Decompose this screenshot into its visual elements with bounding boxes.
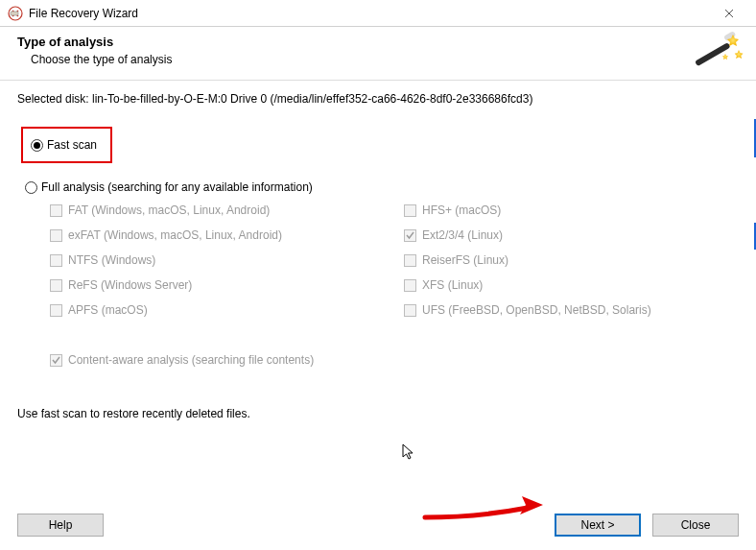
title-bar: File Recovery Wizard xyxy=(0,0,756,27)
header-subheading: Choose the type of analysis xyxy=(17,53,739,66)
checkbox-icon xyxy=(404,304,416,317)
app-icon xyxy=(8,6,23,21)
wizard-wand-icon xyxy=(691,31,744,77)
checkbox-hfs[interactable]: HFS+ (macOS) xyxy=(404,203,739,217)
checkbox-fat[interactable]: FAT (Windows, macOS, Linux, Android) xyxy=(50,203,385,217)
radio-full-analysis[interactable]: Full analysis (searching for any availab… xyxy=(25,180,739,194)
checkbox-label: HFS+ (macOS) xyxy=(422,203,501,217)
checkbox-label: XFS (Linux) xyxy=(422,278,483,292)
checkbox-icon xyxy=(404,254,416,267)
svg-rect-1 xyxy=(11,12,18,15)
checkbox-exfat[interactable]: exFAT (Windows, macOS, Linux, Android) xyxy=(50,228,385,242)
checkbox-label: UFS (FreeBSD, OpenBSD, NetBSD, Solaris) xyxy=(422,303,651,317)
checkbox-label: ReFS (Windows Server) xyxy=(68,278,192,292)
selected-disk-label: Selected disk: lin-To-be-filled-by-O-E-M… xyxy=(17,92,739,106)
checkbox-refs[interactable]: ReFS (Windows Server) xyxy=(50,278,385,292)
checkbox-reiser[interactable]: ReiserFS (Linux) xyxy=(404,253,739,267)
checkbox-label: ReiserFS (Linux) xyxy=(422,253,508,267)
checkbox-ext[interactable]: Ext2/3/4 (Linux) xyxy=(404,228,739,242)
checkbox-icon xyxy=(404,279,416,292)
checkbox-content-aware[interactable]: Content-aware analysis (searching file c… xyxy=(17,353,739,367)
fast-scan-highlight: Fast scan xyxy=(21,127,112,163)
checkbox-icon xyxy=(404,204,416,217)
help-button[interactable]: Help xyxy=(17,514,104,537)
checkbox-icon xyxy=(50,254,62,267)
radio-label: Full analysis (searching for any availab… xyxy=(41,180,313,194)
checkbox-xfs[interactable]: XFS (Linux) xyxy=(404,278,739,292)
checkbox-ntfs[interactable]: NTFS (Windows) xyxy=(50,253,385,267)
cursor-icon xyxy=(401,443,418,461)
window-close-button[interactable] xyxy=(710,0,748,27)
checkbox-icon xyxy=(50,204,62,217)
close-button[interactable]: Close xyxy=(652,514,739,537)
wizard-header: Type of analysis Choose the type of anal… xyxy=(0,27,756,81)
checkbox-icon xyxy=(50,354,62,367)
checkbox-icon xyxy=(50,304,62,317)
checkbox-ufs[interactable]: UFS (FreeBSD, OpenBSD, NetBSD, Solaris) xyxy=(404,303,739,317)
filesystem-grid: FAT (Windows, macOS, Linux, Android) HFS… xyxy=(17,203,739,317)
checkbox-label: Ext2/3/4 (Linux) xyxy=(422,228,503,242)
next-button[interactable]: Next > xyxy=(555,514,641,537)
checkbox-label: Content-aware analysis (searching file c… xyxy=(68,353,314,367)
checkbox-label: APFS (macOS) xyxy=(68,303,148,317)
radio-label: Fast scan xyxy=(47,138,97,152)
checkbox-icon xyxy=(404,229,416,242)
checkbox-label: NTFS (Windows) xyxy=(68,253,155,267)
checkbox-icon xyxy=(50,229,62,242)
wizard-content: Selected disk: lin-To-be-filled-by-O-E-M… xyxy=(0,81,756,420)
radio-fast-scan[interactable]: Fast scan xyxy=(31,138,97,152)
checkbox-apfs[interactable]: APFS (macOS) xyxy=(50,303,385,317)
checkbox-icon xyxy=(50,279,62,292)
header-heading: Type of analysis xyxy=(17,35,739,49)
wizard-footer: Help Next > Close xyxy=(0,514,756,537)
checkbox-label: FAT (Windows, macOS, Linux, Android) xyxy=(68,203,270,217)
radio-icon xyxy=(25,181,37,194)
window-title: File Recovery Wizard xyxy=(29,7,138,20)
radio-icon xyxy=(31,139,43,152)
checkbox-label: exFAT (Windows, macOS, Linux, Android) xyxy=(68,228,282,242)
hint-text: Use fast scan to restore recently delete… xyxy=(17,407,739,420)
